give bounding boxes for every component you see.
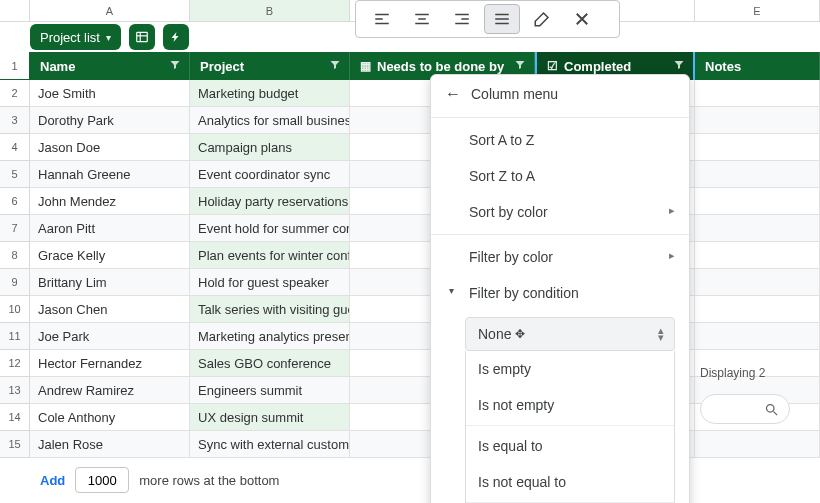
cell-name[interactable]: Aaron Pitt <box>30 215 190 242</box>
table-view-icon[interactable] <box>129 24 155 50</box>
cell-notes[interactable] <box>695 215 820 242</box>
cell-project[interactable]: Hold for guest speaker <box>190 269 350 296</box>
cell-name[interactable]: Grace Kelly <box>30 242 190 269</box>
table-row: 10Jason ChenTalk series with visiting gu… <box>0 296 820 323</box>
filter-icon[interactable] <box>329 59 341 74</box>
cell-notes[interactable] <box>695 269 820 296</box>
search-pill[interactable] <box>700 394 790 424</box>
option-is-empty[interactable]: Is empty <box>466 351 674 387</box>
align-center-button[interactable] <box>404 4 440 34</box>
row-number[interactable]: 6 <box>0 188 30 215</box>
menu-filter-by-color[interactable]: Filter by color <box>431 239 689 275</box>
cell-name[interactable]: Jalen Rose <box>30 431 190 458</box>
row-number[interactable]: 7 <box>0 215 30 242</box>
col-header-A[interactable]: A <box>30 0 190 22</box>
menu-sort-az[interactable]: Sort A to Z <box>431 122 689 158</box>
cell-notes[interactable] <box>695 188 820 215</box>
svg-rect-0 <box>137 32 148 41</box>
option-is-equal[interactable]: Is equal to <box>466 428 674 464</box>
row-number-1[interactable]: 1 <box>0 52 30 80</box>
table-row: 6John MendezHoliday party reservations <box>0 188 820 215</box>
align-justify-button[interactable] <box>484 4 520 34</box>
svg-rect-14 <box>495 23 509 25</box>
table-chip-label: Project list <box>40 30 100 45</box>
menu-filter-by-condition[interactable]: Filter by condition <box>431 275 689 311</box>
row-number[interactable]: 10 <box>0 296 30 323</box>
menu-sort-za[interactable]: Sort Z to A <box>431 158 689 194</box>
column-header-project[interactable]: Project <box>190 52 350 80</box>
col-header-B[interactable]: B <box>190 0 350 22</box>
cell-name[interactable]: Joe Park <box>30 323 190 350</box>
filter-icon[interactable] <box>514 59 526 74</box>
column-header-name[interactable]: Name <box>30 52 190 80</box>
column-header-notes[interactable]: Notes <box>695 52 820 80</box>
cell-name[interactable]: John Mendez <box>30 188 190 215</box>
svg-line-16 <box>773 411 777 415</box>
row-number[interactable]: 13 <box>0 377 30 404</box>
table-chip[interactable]: Project list ▾ <box>30 24 121 50</box>
cell-project[interactable]: Holiday party reservations <box>190 188 350 215</box>
align-right-button[interactable] <box>444 4 480 34</box>
add-rows-button[interactable]: Add <box>40 473 65 488</box>
cell-notes[interactable] <box>695 323 820 350</box>
cell-name[interactable]: Cole Anthony <box>30 404 190 431</box>
row-number[interactable]: 3 <box>0 107 30 134</box>
option-is-not-empty[interactable]: Is not empty <box>466 387 674 423</box>
row-number[interactable]: 14 <box>0 404 30 431</box>
cell-notes[interactable] <box>695 134 820 161</box>
cell-project[interactable]: Marketing analytics presentation <box>190 323 350 350</box>
cell-project[interactable]: Campaign plans <box>190 134 350 161</box>
row-number[interactable]: 2 <box>0 80 30 107</box>
row-number[interactable]: 15 <box>0 431 30 458</box>
cell-project[interactable]: Engineers summit <box>190 377 350 404</box>
select-all-corner[interactable] <box>0 0 30 22</box>
filter-icon[interactable] <box>673 59 685 74</box>
cell-project[interactable]: Sync with external customers <box>190 431 350 458</box>
align-left-button[interactable] <box>364 4 400 34</box>
menu-sort-by-color[interactable]: Sort by color <box>431 194 689 230</box>
cell-project[interactable]: Plan events for winter conference <box>190 242 350 269</box>
filter-icon[interactable] <box>169 59 181 74</box>
cell-project[interactable]: Analytics for small businesses <box>190 107 350 134</box>
cell-name[interactable]: Andrew Ramirez <box>30 377 190 404</box>
cell-name[interactable]: Joe Smith <box>30 80 190 107</box>
row-number[interactable]: 5 <box>0 161 30 188</box>
option-is-not-equal[interactable]: Is not equal to <box>466 464 674 500</box>
table-row: 14Cole AnthonyUX design summit <box>0 404 820 431</box>
row-number[interactable]: 9 <box>0 269 30 296</box>
row-number[interactable]: 12 <box>0 350 30 377</box>
cell-name[interactable]: Jason Chen <box>30 296 190 323</box>
cell-notes[interactable] <box>695 80 820 107</box>
cell-notes[interactable] <box>695 296 820 323</box>
cell-project[interactable]: Event coordinator sync <box>190 161 350 188</box>
back-arrow-icon[interactable]: ← <box>445 85 461 103</box>
cell-project[interactable]: Talk series with visiting guests <box>190 296 350 323</box>
cell-name[interactable]: Hector Fernandez <box>30 350 190 377</box>
col-header-E[interactable]: E <box>695 0 820 22</box>
cell-name[interactable]: Brittany Lim <box>30 269 190 296</box>
condition-select[interactable]: None ✥ ▴▾ <box>465 317 675 351</box>
add-rows-count-input[interactable] <box>75 467 129 493</box>
cell-notes[interactable] <box>695 161 820 188</box>
cell-notes[interactable] <box>695 431 820 458</box>
cell-name[interactable]: Jason Doe <box>30 134 190 161</box>
lightning-icon[interactable] <box>163 24 189 50</box>
row-number[interactable]: 8 <box>0 242 30 269</box>
cell-project[interactable]: Event hold for summer conference <box>190 215 350 242</box>
cell-project[interactable]: Sales GBO conference <box>190 350 350 377</box>
cell-project[interactable]: UX design summit <box>190 404 350 431</box>
table-row: 15Jalen RoseSync with external customers <box>0 431 820 458</box>
cell-name[interactable]: Hannah Greene <box>30 161 190 188</box>
cell-project[interactable]: Marketing budget <box>190 80 350 107</box>
row-number[interactable]: 4 <box>0 134 30 161</box>
cell-notes[interactable] <box>695 107 820 134</box>
svg-rect-6 <box>415 14 429 16</box>
cell-format-toolbar <box>355 0 620 38</box>
cell-name[interactable]: Dorothy Park <box>30 107 190 134</box>
cell-notes[interactable] <box>695 242 820 269</box>
close-button[interactable] <box>564 4 600 34</box>
edit-button[interactable] <box>524 4 560 34</box>
table-row: 13Andrew RamirezEngineers summit <box>0 377 820 404</box>
svg-rect-13 <box>495 18 509 20</box>
row-number[interactable]: 11 <box>0 323 30 350</box>
